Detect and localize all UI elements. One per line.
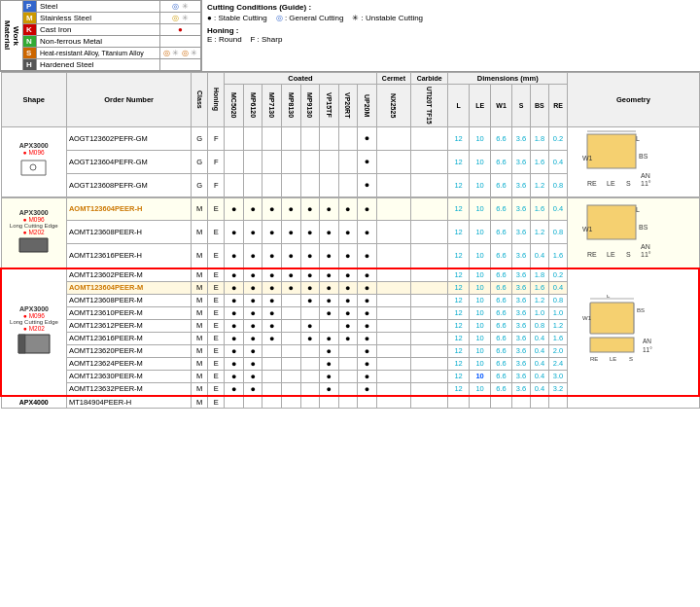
honing-cell: E [208, 332, 225, 344]
grade-cell [300, 396, 320, 409]
grade-cell [243, 396, 262, 409]
class-cell: M [192, 370, 208, 382]
honing-cell: E [208, 244, 225, 268]
class-cell: G [192, 150, 208, 173]
grade-nx2525: NX2525 [376, 85, 411, 127]
cutting-conditions-stable: ● : Stable Cutting ◎ : General Cutting ✳… [207, 14, 695, 22]
grade-uti20t [411, 382, 448, 396]
dim-bs: 1.6 [530, 150, 548, 173]
grade-mp7130: ● [262, 244, 282, 268]
svg-text:AN: AN [641, 172, 650, 179]
dim-bs: 0.4 [530, 244, 548, 268]
grade-up20m: ● [358, 126, 377, 150]
svg-text:11°: 11° [643, 346, 652, 353]
dim-re: 0.4 [548, 281, 568, 294]
dim-bs: 1.2 [530, 173, 548, 196]
grade-up20m: ● [358, 150, 377, 173]
grade-cell [281, 396, 300, 409]
grade-mc5020: ● [225, 370, 244, 382]
material-k-name: Cast Iron [37, 24, 160, 36]
grade-vp15tf: ● [320, 306, 339, 319]
grade-mp8130 [281, 150, 300, 173]
order-number: AOMT123630PEER-M [66, 370, 191, 382]
svg-text:L: L [607, 295, 611, 299]
grade-vp20rt [338, 382, 358, 396]
dim-l: 12 [448, 319, 470, 332]
order-number: AOMT123604PEER-M [66, 281, 191, 294]
grade-vp15tf: ● [320, 357, 339, 370]
class-cell: G [192, 126, 208, 150]
grade-up20m: ● [358, 197, 377, 221]
dim-bs: 0.4 [530, 370, 548, 382]
svg-text:RE: RE [587, 180, 597, 187]
dim-s: 3.6 [512, 244, 531, 268]
grade-mc5020: MC5020 [225, 85, 244, 127]
grade-mp8130: ● [281, 268, 300, 282]
grade-nx2525 [376, 306, 411, 319]
dim-s: 3.6 [512, 126, 531, 150]
header-cermet: Cermet [376, 73, 411, 85]
grade-nx2525 [376, 173, 411, 196]
dim-le: 10 [470, 357, 491, 370]
honing-cell: E [208, 197, 225, 221]
grade-up20m: ● [358, 281, 377, 294]
svg-text:BS: BS [637, 307, 645, 313]
material-m-name: Stainless Steel [37, 13, 160, 24]
grade-mc5020 [225, 126, 244, 150]
order-number: AOMT123616PEER-M [66, 332, 191, 344]
material-k-dots: ● [159, 24, 200, 36]
order-number: AOMT123612PEER-M [66, 319, 191, 332]
grade-up20m: ● [358, 344, 377, 357]
material-p-name: Steel [37, 1, 160, 13]
grade-vp20rt: ● [338, 319, 358, 332]
dim-bs: 1.8 [530, 126, 548, 150]
dim-l: 12 [448, 281, 470, 294]
dim-s: 3.6 [512, 150, 531, 173]
geometry-cell-sect2: L BS W1 AN 11° RE LE S [568, 197, 699, 268]
grade-mp7130: ● [262, 332, 282, 344]
dim-s: S [512, 85, 531, 127]
grade-up20m: ● [358, 294, 377, 306]
dim-re: 1.2 [548, 319, 568, 332]
grade-mp9130 [300, 173, 320, 196]
order-number: AOMT123610PEER-M [66, 306, 191, 319]
header-carbide: Carbide [411, 73, 448, 85]
grade-uti20t: UTi20T TF15 [411, 85, 448, 127]
header-dimensions: Dimensions (mm) [448, 73, 568, 85]
grade-mp6120 [243, 126, 262, 150]
grade-nx2525 [376, 382, 411, 396]
geometry-cell-sect1: L BS W1 AN 11° RE LE S [568, 126, 699, 196]
svg-text:BS: BS [639, 153, 648, 160]
svg-rect-2 [587, 134, 636, 168]
shape-cell-sect2: APX3000 ● M096 Long Cutting Edge ● M202 [1, 197, 66, 268]
grade-mp6120: ● [243, 306, 262, 319]
material-s-name: Heat-resistant Alloy, Titanium Alloy [37, 48, 160, 59]
grade-uti20t [411, 244, 448, 268]
grade-nx2525 [376, 126, 411, 150]
grade-mp7130 [262, 370, 282, 382]
dim-re: 1.6 [548, 244, 568, 268]
honing-label: Honing : [207, 26, 695, 35]
grade-mp9130 [300, 150, 320, 173]
dim-cell [448, 396, 470, 409]
class-cell: M [192, 281, 208, 294]
grade-mp8130: ● [281, 221, 300, 244]
grade-mp7130 [262, 357, 282, 370]
grade-vp20rt [338, 126, 358, 150]
dim-l: L [448, 85, 470, 127]
grade-mc5020: ● [225, 332, 244, 344]
table-row: APX3000 ● M096 AOGT123602PEFR-GMGF●12106… [1, 126, 699, 150]
honing-cell: F [208, 173, 225, 196]
svg-text:W1: W1 [582, 226, 593, 232]
class-cell: M [192, 396, 208, 409]
grade-mp9130 [300, 357, 320, 370]
material-h-name: Hardened Steel [37, 59, 160, 71]
order-number: AOMT123608PEER-M [66, 294, 191, 306]
shape-cell-sect4: APX4000 [1, 396, 66, 409]
dim-re: 2.0 [548, 344, 568, 357]
grade-uti20t [411, 370, 448, 382]
dim-s: 3.6 [512, 306, 531, 319]
grade-nx2525 [376, 344, 411, 357]
svg-rect-24 [590, 303, 634, 334]
dim-l: 12 [448, 382, 470, 396]
